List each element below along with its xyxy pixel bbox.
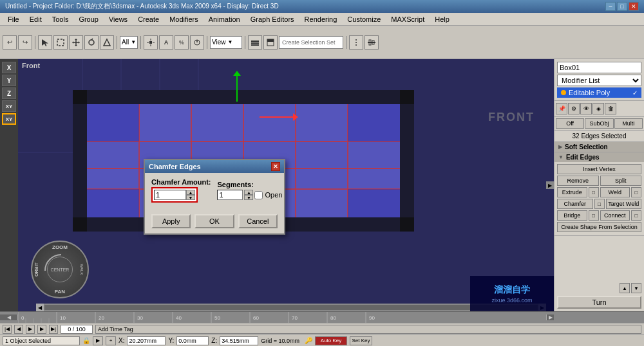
scale-button[interactable] (100, 35, 114, 50)
chamfer-amount-input[interactable] (154, 190, 186, 200)
dialog-titlebar[interactable]: Chamfer Edges ✕ (145, 160, 284, 173)
align-button[interactable] (365, 35, 379, 50)
play-button[interactable]: ▶ (26, 325, 35, 334)
scroll-track[interactable] (44, 305, 538, 310)
spin-up[interactable]: ▲ (186, 190, 195, 195)
insert-vertex-button[interactable]: Insert Vertex (557, 164, 641, 174)
mirror-button[interactable] (349, 35, 363, 50)
create-shape-button[interactable]: Create Shape From Selection (557, 222, 641, 232)
chamfer-settings[interactable]: □ (594, 199, 605, 209)
menu-group[interactable]: Group (73, 14, 104, 24)
maximize-button[interactable]: □ (617, 2, 627, 11)
set-key-button[interactable]: Set Key (350, 336, 372, 345)
sel-info2-button[interactable]: + (106, 336, 116, 345)
menu-edit[interactable]: Edit (24, 14, 47, 24)
rotate-button[interactable] (84, 35, 99, 50)
goto-start-button[interactable]: |◀ (3, 325, 12, 334)
frame-counter[interactable]: 0 / 100 (61, 325, 93, 334)
pin-stack-button[interactable]: 📌 (556, 103, 567, 114)
spinner-snap[interactable] (190, 35, 204, 50)
minimize-button[interactable]: – (605, 2, 616, 11)
menu-views[interactable]: Views (104, 14, 133, 24)
bridge-settings[interactable]: □ (589, 210, 599, 221)
axis-x-button[interactable]: X (2, 62, 16, 73)
target-weld-button[interactable]: Target Weld (606, 199, 642, 209)
bridge-button[interactable]: Bridge (557, 210, 587, 221)
modifier-list-dropdown[interactable]: Modifier List (557, 75, 641, 86)
remove-modifier-button[interactable]: 🗑 (605, 103, 616, 114)
seg-spin-up[interactable]: ▲ (244, 190, 253, 195)
nav-gizmo[interactable]: ZOOM ORBIT PAN CENTER WALK (31, 241, 89, 298)
menu-rendering[interactable]: Rendering (299, 14, 343, 24)
ruler-left-btn[interactable]: ◀ (0, 314, 18, 320)
sel-info-button[interactable]: ▶ (93, 336, 103, 345)
scroll-up-button[interactable]: ▲ (620, 283, 630, 293)
weld-button[interactable]: Weld (600, 187, 630, 197)
move-button[interactable] (69, 35, 83, 50)
menu-maxscript[interactable]: MAXScript (386, 14, 430, 24)
chamfer-button[interactable]: Chamfer (557, 199, 593, 209)
segments-input[interactable] (217, 190, 243, 200)
soft-selection-header[interactable]: ▶ Soft Selection (554, 142, 644, 152)
menu-tools[interactable]: Tools (47, 14, 74, 24)
turn-button[interactable]: Turn (557, 296, 641, 309)
menu-file[interactable]: File (3, 14, 24, 24)
modifier-stack-item[interactable]: Editable Poly ✓ (557, 87, 641, 98)
tab-multi[interactable]: Multi (614, 118, 643, 129)
angle-snap-toggle[interactable]: A (159, 35, 173, 50)
remove-button[interactable]: Remove (557, 176, 599, 186)
goto-end-button[interactable]: ▶| (49, 325, 58, 334)
create-selection-set[interactable]: Create Selection Set (279, 36, 343, 49)
y-coord-input[interactable] (176, 336, 209, 345)
undo-button[interactable]: ↩ (3, 35, 17, 50)
extrude-settings[interactable]: □ (589, 187, 599, 197)
tab-subobj[interactable]: SubObj (585, 118, 613, 129)
axis-y-button[interactable]: Y (2, 75, 16, 86)
chamfer-edges-dialog[interactable]: Chamfer Edges ✕ Chamfer Amount: (144, 159, 285, 235)
axis-xy-button[interactable]: XY (2, 100, 16, 112)
layer-manager[interactable] (248, 35, 262, 50)
scroll-left-btn[interactable]: ◀ (36, 304, 44, 311)
select-region-button[interactable] (53, 35, 68, 50)
redo-button[interactable]: ↪ (18, 35, 32, 50)
prev-frame-button[interactable]: ◀ (14, 325, 23, 334)
z-coord-input[interactable] (220, 336, 258, 345)
select-filter-dropdown[interactable]: All ▼ (120, 36, 138, 49)
menu-create[interactable]: Create (133, 14, 164, 24)
extrude-button[interactable]: Extrude (557, 187, 587, 197)
ok-button[interactable]: OK (194, 214, 234, 228)
next-frame-button[interactable]: ▶ (37, 325, 46, 334)
add-time-tag-button[interactable]: Add Time Tag (95, 325, 641, 334)
snap-toggle[interactable] (144, 35, 158, 50)
connect-settings[interactable]: □ (631, 210, 641, 221)
menu-customize[interactable]: Customize (342, 14, 386, 24)
connect-button[interactable]: Connect (600, 210, 630, 221)
percent-snap[interactable]: % (175, 35, 189, 50)
menu-modifiers[interactable]: Modifiers (164, 14, 204, 24)
split-button[interactable]: Split (600, 176, 642, 186)
tab-off[interactable]: Off (556, 118, 584, 129)
ribbon-toggle[interactable] (263, 35, 278, 50)
axis-xy2-button[interactable]: XY (2, 113, 16, 125)
ref-coord-dropdown[interactable]: View ▼ (210, 36, 242, 49)
weld-settings[interactable]: □ (631, 187, 641, 197)
open-checkbox[interactable] (254, 191, 263, 199)
axis-z-button[interactable]: Z (2, 87, 16, 99)
edit-edges-header[interactable]: ▼ Edit Edges (554, 152, 644, 162)
close-button[interactable]: ✕ (629, 2, 639, 11)
apply-button[interactable]: Apply (151, 214, 191, 228)
x-coord-input[interactable] (127, 336, 166, 345)
key-icon[interactable]: 🔑 (305, 337, 312, 344)
config-button[interactable]: ⚙ (568, 103, 580, 114)
lock-icon[interactable]: 🔒 (82, 337, 90, 344)
menu-graph-editors[interactable]: Graph Editors (245, 14, 299, 24)
ruler-right-btn[interactable]: ▶ (546, 314, 554, 320)
scroll-down-button[interactable]: ▼ (631, 283, 641, 293)
menu-help[interactable]: Help (430, 14, 455, 24)
dialog-close-button[interactable]: ✕ (271, 162, 280, 171)
menu-animation[interactable]: Animation (204, 14, 245, 24)
object-name-input[interactable] (557, 62, 641, 73)
make-unique-button[interactable]: ◈ (592, 103, 604, 114)
scroll-right-button[interactable]: ▶ (546, 181, 554, 189)
show-result-button[interactable]: 👁 (580, 103, 592, 114)
